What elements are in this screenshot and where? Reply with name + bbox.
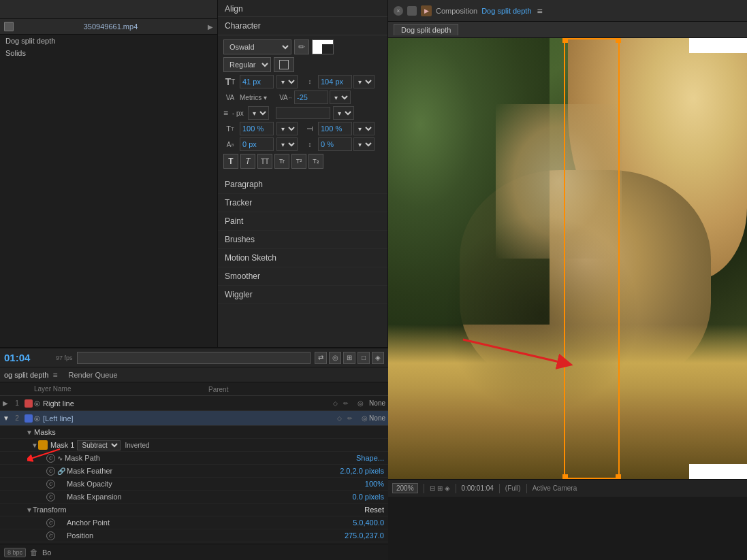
file-row[interactable]: 350949661.mp4 ▶ — [0, 19, 217, 35]
brushes-section[interactable]: Brushes — [218, 231, 387, 249]
mask-path-label: Mask Path — [65, 454, 100, 462]
masks-expand[interactable]: ▼ — [26, 429, 33, 436]
bottom-left-bar: 8 bpc 🗑 Bo — [0, 544, 388, 560]
scale-v-input[interactable] — [318, 122, 352, 135]
layer-row-1[interactable]: ▶ 1 ◎ Right line ◇ ✏ ◎ None — [0, 396, 388, 411]
grid-icon[interactable]: ⊞ — [437, 484, 443, 492]
expand-arrow-2[interactable]: ▼ — [3, 414, 10, 422]
transfer-mode-toggle[interactable]: ⇄ — [315, 352, 327, 364]
timeline-search-input[interactable] — [77, 352, 311, 364]
smallcaps-button[interactable]: Tr — [274, 154, 289, 169]
expand-arrow-1[interactable]: ▶ — [3, 399, 10, 407]
layer-pen-2[interactable]: ✏ — [345, 414, 355, 423]
italic-button[interactable]: T — [240, 154, 255, 169]
transform-row: ▼ Transform Reset — [0, 504, 388, 516]
mask-inverted-label: Inverted — [125, 442, 149, 449]
layer-circle-icon-2: ◎ — [362, 414, 368, 422]
scale-h-dropdown[interactable]: ▾ — [276, 122, 298, 135]
transform-reset[interactable]: Reset — [364, 506, 384, 514]
layer-eye-1[interactable]: ◎ — [34, 399, 40, 407]
trash-icon[interactable]: 🗑 — [30, 548, 38, 557]
timeline-menu-icon[interactable]: ≡ — [52, 370, 57, 380]
footer-sep-4 — [526, 484, 527, 493]
tracking-dropdown[interactable]: ▾ — [330, 90, 351, 104]
tracking-icon: VA↔ — [279, 90, 293, 104]
layer-pen-1[interactable]: ✏ — [341, 399, 351, 408]
superscript-button[interactable]: T² — [291, 154, 306, 169]
position-sw[interactable]: ⏱ — [46, 531, 55, 540]
render-queue-button[interactable]: Render Queue — [68, 371, 117, 379]
scale-h-input[interactable] — [240, 122, 274, 135]
tsb2-input[interactable] — [318, 137, 352, 151]
transform-expand[interactable]: ▼ — [26, 506, 33, 514]
mask-mode-select[interactable]: Subtract — [77, 440, 121, 450]
baseline-input[interactable] — [240, 137, 274, 151]
leading-input[interactable] — [318, 75, 352, 88]
layer-eye-2[interactable]: ◎ — [34, 414, 40, 422]
font-size-dropdown[interactable]: ▾ — [276, 75, 298, 88]
mask-expansion-sw[interactable]: ⏱ — [46, 493, 55, 501]
indent-label: - px — [232, 110, 244, 117]
mask-opacity-sw[interactable]: ⏱ — [46, 480, 55, 489]
overlay-icon[interactable]: ◈ — [445, 484, 450, 492]
zoom-select[interactable]: 200% — [392, 483, 418, 493]
font-style-select[interactable]: Regular — [223, 57, 271, 72]
indent-dropdown[interactable]: ▾ — [248, 106, 269, 120]
allcaps-button[interactable]: TT — [257, 154, 272, 169]
indent-icon: ≡ — [223, 108, 228, 118]
col-parent: Parent — [208, 386, 228, 393]
motion-sketch-section[interactable]: Motion Sketch — [218, 249, 387, 267]
bold-button[interactable]: T — [223, 154, 238, 169]
comp-tab-dog[interactable]: Dog split depth — [394, 24, 458, 35]
middle-panel: Align Character Oswald ✏ Regular — [218, 0, 388, 347]
leading-dropdown[interactable]: ▾ — [353, 75, 375, 88]
indent-preview-dropdown[interactable]: ▾ — [333, 106, 354, 120]
mask-expansion-label: Mask Expansion — [67, 493, 122, 501]
lock-toggle[interactable]: ⊞ — [343, 352, 355, 364]
fps-display: 97 fps — [56, 355, 73, 361]
smoother-section[interactable]: Smoother — [218, 267, 387, 286]
comp-menu-button[interactable]: ≡ — [537, 5, 543, 16]
solo-toggle[interactable]: ◎ — [329, 352, 341, 364]
bpc-badge: 8 bpc — [4, 548, 26, 557]
mask-feather-sw[interactable]: ⏱ — [46, 467, 55, 476]
font-name-select[interactable]: Oswald — [223, 39, 291, 54]
dog-image-canvas — [388, 38, 747, 479]
tracker-section[interactable]: Tracker — [218, 194, 387, 212]
wiggler-section[interactable]: Wiggler — [218, 286, 387, 304]
tsb2-dropdown[interactable]: ▾ — [353, 137, 375, 151]
paragraph-section[interactable]: Paragraph — [218, 176, 387, 194]
anchor-label: Anchor Point — [67, 518, 110, 527]
project-item-solids[interactable]: Solids — [0, 47, 217, 59]
subscript-button[interactable]: T₂ — [308, 154, 323, 169]
label-toggle[interactable]: □ — [357, 352, 370, 364]
shy-toggle[interactable]: ◈ — [372, 352, 384, 364]
masks-row: ▼ Masks — [0, 426, 388, 439]
project-item-dog[interactable]: Dog split depth — [0, 35, 217, 47]
font-size-row: TT ▾ ↕ ▾ — [223, 75, 382, 88]
timeline-column-header: Layer Name Parent — [0, 382, 388, 396]
scale-v-dropdown[interactable]: ▾ — [353, 122, 375, 135]
comp-close-button[interactable]: × — [394, 6, 403, 16]
ruler-icon[interactable]: ⊟ — [430, 484, 435, 492]
mask-opacity-row: ⏱ Mask Opacity 100% — [0, 478, 388, 491]
font-size-input[interactable] — [240, 75, 274, 88]
layer-keyframe-2[interactable]: ◇ — [334, 414, 344, 423]
paint-section[interactable]: Paint — [218, 212, 387, 231]
tracking-input[interactable] — [294, 90, 328, 104]
baseline-dropdown[interactable]: ▾ — [276, 137, 298, 151]
file-name: 350949661.mp4 — [84, 22, 138, 31]
eyedropper-button[interactable]: ✏ — [294, 39, 309, 54]
comp-name-label: Dog split depth — [481, 7, 531, 15]
metrics-dropdown[interactable]: Metrics ▾ — [240, 94, 267, 101]
tsb2-icon: ↕ — [303, 137, 317, 151]
fill-stroke-swatch[interactable] — [274, 57, 294, 72]
layer-row-2[interactable]: ▼ 2 ◎ [Left line] ◇ ✏ ◎ None — [0, 411, 388, 426]
layer-keyframe-1[interactable]: ◇ — [330, 399, 340, 408]
mask1-color — [38, 440, 48, 450]
text-color-swatch[interactable] — [312, 39, 334, 54]
mask-path-sw[interactable]: ⏱ — [46, 454, 55, 463]
anchor-sw[interactable]: ⏱ — [46, 518, 55, 527]
mask1-expand[interactable]: ▼ — [31, 442, 38, 449]
font-size-icon: TT — [223, 75, 237, 88]
